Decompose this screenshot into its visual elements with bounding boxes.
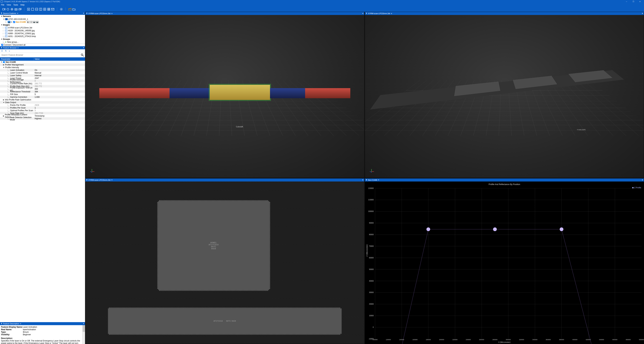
stop-button[interactable] [6,8,10,11]
titlebar-text: Z-Expert 2.4.01.30 with Sapera LT Versio… [4,1,60,3]
feature-param-row[interactable]: Peak Detector Selection ModeHighest [0,117,85,120]
mail-button[interactable] [51,8,54,11]
clapper-button[interactable] [68,8,72,11]
feature-param-row[interactable]: Laser ActivationOn [0,69,85,72]
app-icon [1,1,3,3]
feature-param-row[interactable]: Profile Exposure Time (in us)400 [0,88,85,90]
feature-category-row[interactable]: ▶Info-Profile Rate Optimization [0,98,85,101]
folder-button[interactable] [72,8,76,11]
viewport-bl-header[interactable]: XYRW-scan-LP215mm.3dr ✕ ▼ [85,179,364,182]
feature-table-body[interactable]: ▼Sec-C1446▶Profiler Management▼Profile I… [0,61,85,322]
tree-groups-group[interactable]: Groups [0,38,85,41]
layout-horiz-button[interactable] [35,8,38,11]
settings-button[interactable] [60,8,63,11]
viewport-tr-close[interactable]: ✕ [391,13,392,15]
minimize-button[interactable]: ─ [623,0,630,3]
cancel-circle-button[interactable] [10,8,14,11]
feature-category-row[interactable]: ▶Profiler Management [0,63,85,66]
viewport-bl-close[interactable]: ✕ [111,179,112,181]
layout-quad-button[interactable] [43,8,46,11]
feature-browser-menu-caret[interactable]: ▼ [83,47,84,49]
tree-image-item[interactable]: A031 - 20240325_075410.bmp [0,35,85,38]
feature-description-header[interactable]: Feature Description ✕ ▼ [0,322,85,325]
tree-image-item[interactable]: XYRW-scan-LP215mm.3dr [0,26,85,29]
feature-param-row[interactable]: Profiles Per Scan1 [0,106,85,109]
feature-param-row[interactable]: Gamma Correction1.000 [0,96,85,98]
tree-images-group[interactable]: Images [0,23,85,26]
fb-filter-icon[interactable]: ≡ [8,50,11,52]
feature-param-row[interactable]: FIR Size5 [0,93,85,96]
feature-search-input[interactable] [0,53,85,57]
sensor-cancel-icon[interactable]: ⊘ [30,21,32,23]
menu-help[interactable]: Help [20,4,24,6]
snapshot-button[interactable] [14,8,18,11]
feature-param-row[interactable]: Points Per Profile2928 [0,104,85,106]
feature-param-row[interactable]: Profile Average Reflectance0 [0,80,85,82]
feature-param-row[interactable]: Laser SafetyInternal [0,74,85,77]
source-explorer-close[interactable]: ✕ [17,13,18,14]
viewport-br-close[interactable]: ✕ [378,179,379,181]
feature-category-row[interactable]: ▼Profile Intensity [0,66,85,69]
viewport-br-canvas[interactable]: Profile And Reflectance By Position Z Pr… [365,182,644,344]
sensor-multisnap-icon[interactable]: 📷 [36,21,39,23]
feature-browser-close[interactable]: ✕ [17,47,19,49]
feature-browser-header[interactable]: Feature Browser ✕ ▼ [0,46,85,49]
viewport-tr-caret[interactable]: ▼ [642,13,643,14]
feature-description-close[interactable]: ✕ [20,323,21,325]
fb-list-icon[interactable]: ☰ [1,50,3,52]
layout-vert-button[interactable] [39,8,42,11]
viewport-tl-close[interactable]: ✕ [111,13,112,15]
fdesc-scrollbar[interactable] [82,325,85,344]
record-button[interactable] [2,8,6,11]
close-button[interactable]: ✕ [636,0,643,3]
feature-description-menu-caret[interactable]: ▼ [83,323,84,324]
feature-category-row[interactable]: ▼Data Output [0,101,85,104]
tree-sensors-group[interactable]: Sensors [0,15,85,18]
toolbar [0,7,644,12]
col-value[interactable]: Value [34,58,85,60]
viewport-tr-header[interactable]: XYRW-scan-LP215mm.3dr ✕ ▼ [365,12,644,15]
viewport-tl-canvas[interactable]: CuboidA [85,15,364,178]
feature-param-row[interactable]: Laser Control ModeManual [0,72,85,74]
viewport-bl-caret[interactable]: ▼ [362,179,364,181]
multi-snapshot-button[interactable] [18,8,22,11]
add-pane-button[interactable] [27,8,30,11]
sensor-record-icon[interactable]: ▶ [27,21,30,23]
viewport-br-caret[interactable]: ▼ [642,179,643,181]
sensor-snap-icon[interactable]: 📷 [33,21,36,23]
sensor-enable-checkbox[interactable] [13,21,15,23]
viewport-br-header[interactable]: Sec-C1446 ✕ ▼ [365,179,644,182]
fb-tree-icon[interactable]: ⇅ [4,50,7,52]
menu-tools[interactable]: Tools [13,4,18,6]
layout-grid-button[interactable] [47,8,50,11]
menu-file[interactable]: File [1,4,4,6]
feature-param-row[interactable]: Optimal Profiles Per Scan5 [0,109,85,112]
viewport-tl-header[interactable]: XYRW-scan-LP215mm.3dr ✕ ▼ [85,12,364,15]
pin-icon [366,179,367,181]
layout-single-button[interactable] [31,8,34,11]
viewport-bl-title: XYRW-scan-LP215mm.3dr [88,179,110,181]
feature-root-row[interactable]: ▼Sec-C1446 [0,61,85,63]
col-parameter[interactable]: Parameter [0,58,34,60]
chart-plot-area[interactable] [375,188,642,339]
viewport-tl-caret[interactable]: ▼ [362,13,364,14]
feature-param-row[interactable]: Current Profile Rate (Hz)293.772 [0,82,85,85]
tree-image-item[interactable]: A069 - 20240704_125602.jpg [0,32,85,35]
tree-new-group[interactable]: +New group... [0,41,85,43]
maximize-button[interactable]: ❐ [630,0,636,3]
tree-connect-all[interactable]: Connect / Disconnect all [0,43,85,46]
viewport-tr-canvas[interactable]: Y-Axis (x10³) [365,15,644,178]
tree-sensor-node[interactable]: 📷 ≡ Sec-C1446 ▶ ⊘ 📷 📷 [0,21,85,23]
search-icon[interactable] [81,53,84,57]
source-explorer-menu-caret[interactable]: ▼ [83,13,84,14]
source-explorer-header[interactable]: Source Explorer ✕ ▼ [0,12,85,15]
menu-view[interactable]: View [6,4,11,6]
connect-all-checkbox[interactable] [1,44,3,46]
viewport-bl-canvas[interactable]: AIMEL AT27C010 90TC 9428 AT27C010 90TC 9… [85,182,364,344]
tree-device-node[interactable]: LP2C-4K0-0100-B3_1 [0,18,85,21]
tree-image-item[interactable]: A028 - 20240208_145055.jpg [0,29,85,32]
pin-icon [366,13,367,14]
pin-icon [1,47,2,49]
feature-param-row[interactable]: Reflectance Threshold384 [0,90,85,93]
svg-rect-0 [2,9,4,10]
